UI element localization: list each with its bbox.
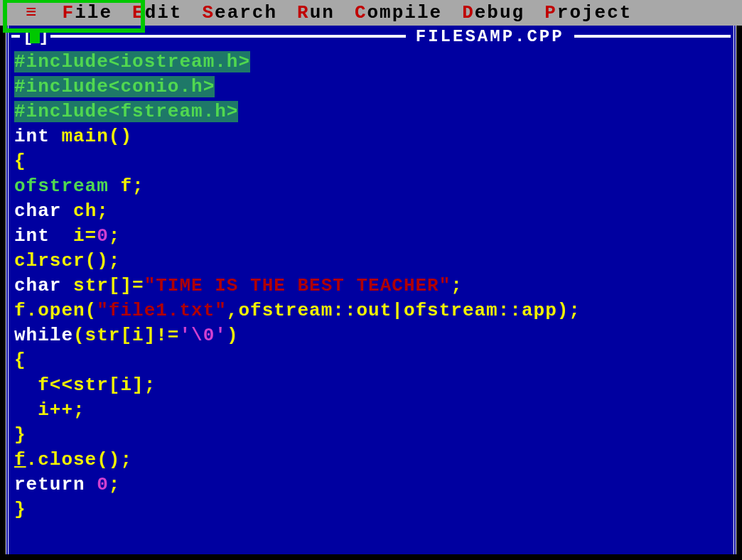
code-line: } [14,497,728,522]
code-line: i++; [14,398,728,423]
code-line: f<<str[i]; [14,373,728,398]
code-line: return 0; [14,473,728,497]
window-title-bar: [] FILESAMP.CPP [9,26,733,47]
menu-run[interactable]: Run [297,2,335,23]
code-line: char str[]="TIME IS THE BEST TEACHER"; [14,274,728,298]
window-filename: FILESAMP.CPP [409,27,571,46]
code-line: } [14,423,728,448]
code-line: char ch; [14,199,728,224]
menu-bar: ≡ File Edit Search Run Compile Debug Pro… [0,0,742,26]
code-line: #include<fstream.h> [14,99,728,124]
menu-search[interactable]: Search [202,2,277,23]
menu-compile[interactable]: Compile [355,2,442,23]
code-line: clrscr(); [14,249,728,274]
code-line: int main() [14,124,728,149]
system-menu-icon[interactable]: ≡ [26,2,38,23]
editor-window: [] FILESAMP.CPP #include<iostream.h> #in… [6,26,736,554]
code-line: while(str[i]!='\0') [14,323,728,348]
code-line: ofstream f; [14,174,728,199]
code-line: { [14,149,728,174]
code-line: f.close(); [14,448,728,473]
code-editor[interactable]: #include<iostream.h> #include<conio.h> #… [9,47,733,525]
code-line: #include<iostream.h> [14,50,728,75]
code-line: #include<conio.h> [14,75,728,99]
menu-project[interactable]: Project [544,2,632,23]
code-line: f.open("file1.txt",ofstream::out|ofstrea… [14,298,728,323]
menu-file[interactable]: File [63,2,112,23]
window-close-button[interactable]: [] [23,27,48,46]
menu-debug[interactable]: Debug [462,2,525,23]
code-line: int i=0; [14,224,728,249]
code-line: { [14,348,728,373]
menu-edit[interactable]: Edit [132,2,182,23]
